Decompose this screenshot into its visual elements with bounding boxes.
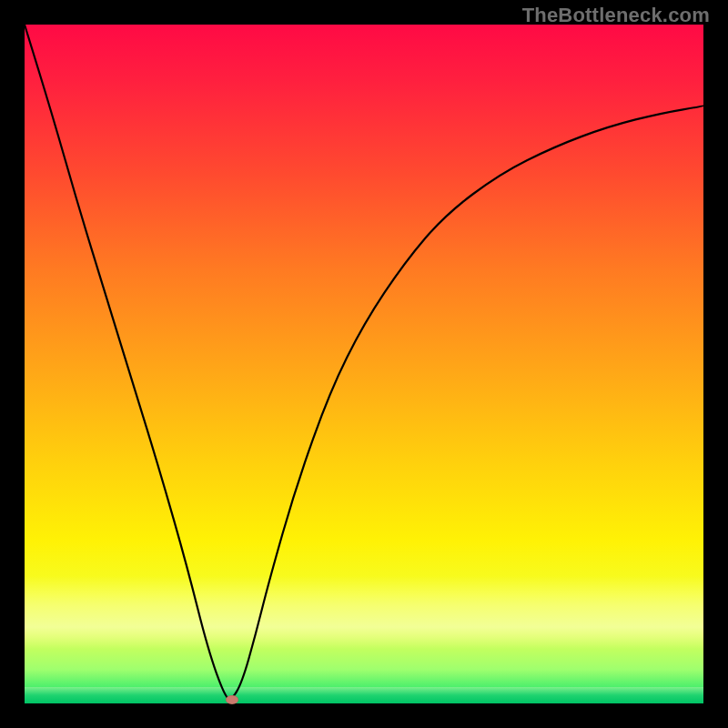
watermark-text: TheBottleneck.com	[522, 4, 710, 27]
plot-area	[25, 25, 703, 703]
vertex-marker	[226, 695, 238, 704]
chart-frame: TheBottleneck.com	[0, 0, 728, 728]
bottleneck-curve-path	[25, 25, 703, 699]
curve-svg	[25, 25, 703, 703]
